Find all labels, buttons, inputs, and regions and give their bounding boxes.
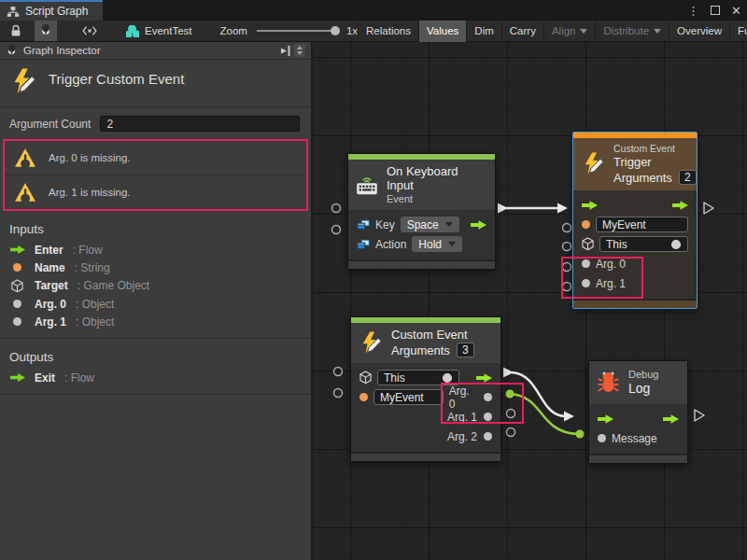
object-port[interactable] — [582, 279, 590, 287]
key-label: Key — [375, 218, 395, 231]
node-custom-event[interactable]: Custom Event Arguments 3 This — [350, 316, 501, 462]
keycode-icon — [357, 219, 370, 231]
node-subtitle: Event — [387, 193, 486, 204]
argument-count-field[interactable]: 2 — [100, 116, 300, 132]
info-icon — [39, 24, 52, 37]
values-button[interactable]: Values — [418, 21, 466, 42]
port-item-enter: Enter : Flow — [0, 241, 311, 259]
connection-keyboard-to-trigger[interactable] — [498, 203, 568, 214]
zoom-label: Zoom — [220, 25, 247, 36]
full-screen-button[interactable]: Full Screen — [729, 21, 747, 42]
graph-reference[interactable]: EventTest — [126, 25, 192, 37]
action-dropdown[interactable]: Hold — [412, 236, 462, 252]
node-header[interactable]: Custom Event Arguments 3 — [351, 323, 500, 363]
object-picker-icon[interactable] — [442, 372, 453, 384]
lock-button[interactable] — [5, 21, 27, 41]
flow-in-port[interactable] — [598, 414, 613, 424]
inspector-header-title: Graph Inspector — [23, 45, 100, 56]
flow-out-port[interactable] — [471, 220, 486, 230]
zoom-slider-knob[interactable] — [331, 26, 340, 35]
inspector-header: Graph Inspector — [0, 42, 311, 60]
inspector-toggle-button[interactable] — [35, 21, 57, 41]
arg-label: Arg. 1 — [596, 277, 626, 290]
bug-icon — [597, 371, 620, 394]
connection-arg0-to-message[interactable] — [506, 390, 585, 439]
align-dropdown[interactable]: Align — [543, 21, 596, 42]
carry-button[interactable]: Carry — [501, 21, 543, 42]
relations-button[interactable]: Relations — [358, 21, 418, 42]
chevron-down-icon — [654, 29, 661, 34]
flow-out-port[interactable] — [476, 373, 492, 383]
graph-inspector-panel: Graph Inspector Trigger Custom Event Arg… — [0, 42, 313, 560]
dim-button[interactable]: Dim — [466, 21, 500, 42]
close-icon[interactable]: ✕ — [731, 5, 741, 17]
chevron-down-icon — [580, 29, 587, 34]
arg-label: Arg. 2 — [447, 430, 477, 443]
lock-icon — [9, 24, 22, 37]
flow-in-port[interactable] — [582, 201, 598, 210]
overview-button[interactable]: Overview — [669, 21, 729, 42]
toolbar: EventTest Zoom 1x Relations Values Dim C… — [0, 21, 747, 42]
object-port[interactable] — [598, 434, 606, 442]
node-header[interactable]: Debug Log — [589, 361, 687, 404]
gameobject-cube-icon — [11, 279, 23, 293]
port-item-arg1: Arg. 1 : Object — [0, 313, 311, 330]
dock-panel-icon[interactable] — [278, 45, 291, 57]
arg-count-box[interactable]: 3 — [457, 343, 474, 357]
code-view-button[interactable] — [78, 21, 102, 41]
outputs-header: Outputs — [0, 339, 311, 369]
node-on-keyboard-input[interactable]: On Keyboard Input Event Key Space — [347, 153, 496, 270]
distribute-dropdown[interactable]: Distribute — [595, 21, 669, 42]
flow-out-port[interactable] — [672, 201, 688, 210]
key-dropdown[interactable]: Space — [401, 217, 459, 232]
warning-icon — [14, 182, 36, 203]
string-port[interactable] — [359, 393, 368, 401]
string-port[interactable] — [582, 220, 590, 229]
custom-event-icon — [359, 331, 383, 355]
port-item-exit: Exit : Flow — [0, 369, 311, 386]
warning-text: Arg. 0 is missing. — [49, 152, 131, 163]
node-footer — [348, 259, 495, 269]
node-header[interactable]: Custom Event Trigger Arguments 2 — [573, 138, 697, 190]
graph-canvas[interactable]: circle{r:4.5px;} — [313, 42, 747, 560]
node-trigger-custom-event[interactable]: Custom Event Trigger Arguments 2 — [572, 132, 698, 309]
divider — [0, 394, 311, 395]
name-row: MyEvent Arg. 0 — [351, 387, 500, 407]
object-out-port[interactable] — [484, 393, 492, 401]
arg-count-box[interactable]: 2 — [679, 170, 697, 185]
maximize-icon[interactable] — [711, 6, 720, 15]
node-debug-log[interactable]: Debug Log Message — [588, 360, 688, 464]
script-graph-window: Script Graph ⋮ ✕ EventTest Zoom 1x — [0, 0, 747, 560]
external-flow-triangles[interactable] — [695, 203, 713, 421]
panel-spinner[interactable] — [294, 44, 305, 57]
target-row: This — [351, 368, 500, 387]
spin-up-icon — [297, 46, 303, 49]
node-header[interactable]: On Keyboard Input Event — [348, 160, 495, 210]
action-label: Action — [375, 238, 406, 251]
info-icon — [6, 45, 18, 57]
graph-hierarchy-icon — [7, 6, 20, 18]
target-field[interactable]: This — [599, 236, 688, 252]
event-name-field[interactable]: MyEvent — [374, 389, 444, 405]
menu-kebab-icon[interactable]: ⋮ — [687, 5, 699, 17]
gameobject-cube-icon — [582, 237, 594, 251]
object-out-port[interactable] — [484, 432, 492, 441]
node-footer — [573, 299, 697, 308]
code-icon — [82, 24, 97, 37]
target-field[interactable]: This — [377, 370, 459, 385]
port-item-name: Name : String — [0, 259, 311, 276]
arg-label: Arg. 0 — [596, 258, 626, 271]
object-picker-icon[interactable] — [670, 239, 682, 250]
zoom-slider[interactable] — [257, 30, 337, 32]
object-out-port[interactable] — [484, 413, 492, 421]
flow-out-port[interactable] — [663, 414, 679, 424]
event-name-field[interactable]: MyEvent — [596, 217, 688, 232]
flow-arrow-icon — [10, 245, 25, 254]
node-footer — [589, 454, 687, 463]
object-port[interactable] — [582, 259, 590, 268]
arg-label: Arg. 0 — [449, 385, 478, 411]
inputs-header: Inputs — [0, 211, 311, 241]
tab-script-graph[interactable]: Script Graph — [0, 0, 103, 21]
warning-row: Arg. 1 is missing. — [5, 175, 306, 209]
tab-bar: Script Graph ⋮ ✕ — [0, 0, 747, 21]
